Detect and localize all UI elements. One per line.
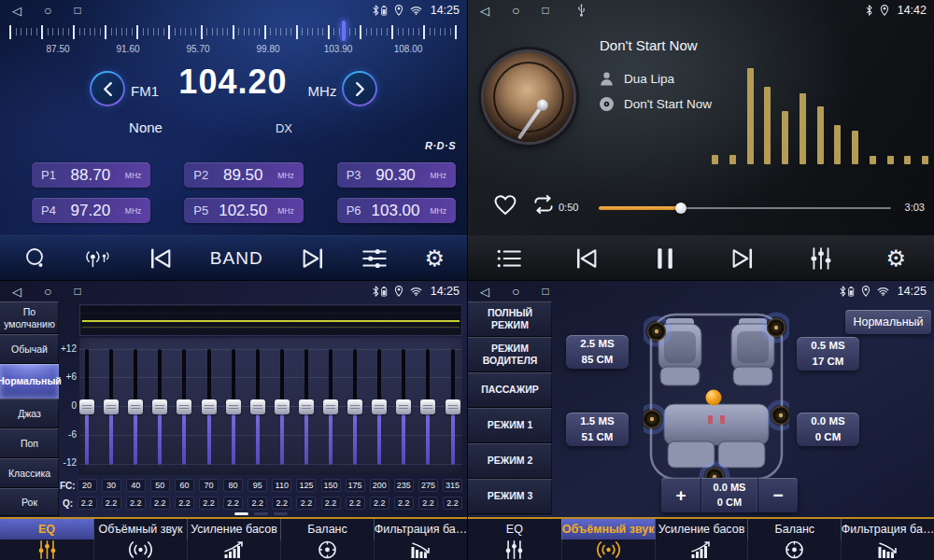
- fc-value[interactable]: 80: [223, 479, 243, 492]
- slider-handle[interactable]: [299, 399, 314, 414]
- q-value[interactable]: 2.2: [296, 497, 316, 510]
- next-track-button[interactable]: [729, 246, 756, 271]
- eq-band-slider-40[interactable]: [128, 349, 143, 465]
- q-value[interactable]: 2.2: [223, 497, 243, 510]
- q-value[interactable]: 2.2: [346, 497, 365, 510]
- fc-value[interactable]: 150: [321, 479, 341, 492]
- broadcast-icon[interactable]: [85, 246, 111, 271]
- fc-value[interactable]: 275: [418, 479, 438, 492]
- q-value[interactable]: 2.2: [394, 497, 414, 510]
- slider-handle[interactable]: [104, 399, 119, 414]
- surround-mode-item-5[interactable]: РЕЖИМ 3: [468, 479, 552, 514]
- eq-band-slider-150[interactable]: [323, 349, 338, 465]
- nav-recents-icon[interactable]: □: [542, 5, 548, 16]
- preset-button-p5[interactable]: P5102.50MHz: [184, 198, 303, 223]
- previous-track-button[interactable]: [573, 246, 600, 271]
- tab-bass[interactable]: Усиление басов: [655, 519, 748, 560]
- q-value[interactable]: 2.2: [321, 497, 341, 510]
- nav-home-icon[interactable]: ○: [44, 285, 51, 298]
- surround-mode-item-3[interactable]: РЕЖИМ 1: [468, 408, 552, 443]
- tab-surround[interactable]: Объёмный звук: [561, 519, 655, 560]
- eq-band-slider-235[interactable]: [396, 349, 411, 465]
- delay-front-right-button[interactable]: 0.5 MS 17 CM: [797, 337, 859, 371]
- preset-button-p1[interactable]: P188.70MHz: [32, 162, 150, 188]
- fc-value[interactable]: 20: [78, 479, 97, 492]
- eq-sliders-button[interactable]: [361, 246, 388, 271]
- slider-handle[interactable]: [446, 399, 460, 414]
- eq-preset-item-0[interactable]: По умолчанию: [0, 301, 59, 334]
- q-value[interactable]: 2.2: [102, 497, 121, 510]
- surround-mode-item-1[interactable]: РЕЖИМ ВОДИТЕЛЯ: [468, 337, 552, 372]
- slider-handle[interactable]: [79, 399, 94, 414]
- eq-sliders-button[interactable]: [808, 246, 834, 271]
- dx-indicator[interactable]: DX: [270, 121, 298, 135]
- q-value[interactable]: 2.2: [78, 497, 97, 510]
- nav-recents-icon[interactable]: □: [74, 286, 80, 297]
- eq-band-slider-30[interactable]: [104, 349, 119, 465]
- band-button[interactable]: BAND: [210, 248, 263, 269]
- preset-button-p6[interactable]: P6103.00MHz: [337, 198, 456, 223]
- eq-band-slider-175[interactable]: [347, 349, 362, 465]
- slider-handle[interactable]: [202, 399, 217, 414]
- scan-button[interactable]: [22, 246, 49, 271]
- tab-balance[interactable]: Баланс: [280, 519, 374, 560]
- fc-value[interactable]: 70: [199, 479, 219, 492]
- q-value[interactable]: 2.2: [126, 497, 146, 510]
- tab-surround[interactable]: Объёмный звук: [93, 519, 187, 560]
- eq-band-slider-125[interactable]: [299, 349, 314, 465]
- eq-band-slider-60[interactable]: [177, 349, 191, 465]
- playlist-button[interactable]: [496, 246, 522, 271]
- eq-band-slider-200[interactable]: [372, 349, 387, 465]
- slider-handle[interactable]: [396, 399, 411, 414]
- repeat-button[interactable]: [531, 194, 557, 215]
- eq-band-slider-110[interactable]: [275, 349, 290, 465]
- eq-preset-item-6[interactable]: Рок: [0, 488, 59, 516]
- fc-value[interactable]: 60: [175, 479, 194, 492]
- fc-value[interactable]: 125: [296, 479, 316, 492]
- eq-band-slider-315[interactable]: [446, 349, 460, 465]
- tune-down-button[interactable]: [90, 71, 125, 106]
- tuner-scale[interactable]: 87.5091.6095.7099.80103.90108.00: [0, 21, 467, 56]
- eq-preset-item-2[interactable]: Нормальный: [0, 364, 59, 399]
- eq-preset-item-3[interactable]: Джаз: [0, 399, 59, 428]
- eq-band-slider-95[interactable]: [250, 349, 265, 465]
- eq-band-slider-70[interactable]: [202, 349, 217, 465]
- surround-mode-item-2[interactable]: ПАССАЖИР: [468, 372, 552, 408]
- slider-handle[interactable]: [226, 399, 241, 414]
- slider-handle[interactable]: [347, 399, 362, 414]
- preset-button-p3[interactable]: P390.30MHz: [337, 162, 456, 188]
- q-value[interactable]: 2.2: [248, 497, 267, 510]
- delay-plus-button[interactable]: +: [661, 478, 700, 512]
- fc-value[interactable]: 95: [248, 479, 267, 492]
- slider-handle[interactable]: [275, 399, 290, 414]
- fc-value[interactable]: 50: [150, 479, 170, 492]
- eq-band-slider-50[interactable]: [152, 349, 167, 465]
- progress-thumb[interactable]: [675, 203, 686, 214]
- nav-back-icon[interactable]: ◁: [480, 286, 489, 298]
- surround-mode-item-0[interactable]: ПОЛНЫЙ РЕЖИМ: [468, 301, 552, 337]
- q-value[interactable]: 2.2: [175, 497, 194, 510]
- nav-recents-icon[interactable]: □: [542, 286, 548, 297]
- tab-eq[interactable]: EQ: [468, 519, 561, 560]
- fc-value[interactable]: 30: [102, 479, 121, 492]
- slider-handle[interactable]: [250, 399, 265, 414]
- slider-handle[interactable]: [323, 399, 338, 414]
- slider-handle[interactable]: [128, 399, 143, 414]
- q-value[interactable]: 2.2: [272, 497, 291, 510]
- delay-rear-right-button[interactable]: 0.0 MS 0 CM: [797, 413, 859, 446]
- fc-value[interactable]: 110: [272, 479, 291, 492]
- q-value[interactable]: 2.2: [443, 497, 462, 510]
- fc-value[interactable]: 235: [394, 479, 414, 492]
- eq-band-slider-275[interactable]: [420, 349, 435, 465]
- slider-handle[interactable]: [372, 399, 387, 414]
- preset-button-p2[interactable]: P289.50MHz: [184, 162, 303, 188]
- preset-button-p4[interactable]: P497.20MHz: [32, 198, 150, 223]
- tab-eq[interactable]: EQ: [0, 519, 93, 560]
- surround-mode-item-4[interactable]: РЕЖИМ 2: [468, 443, 552, 479]
- slider-handle[interactable]: [420, 399, 435, 414]
- fc-value[interactable]: 175: [346, 479, 365, 492]
- previous-station-button[interactable]: [148, 246, 174, 271]
- nav-home-icon[interactable]: ○: [44, 4, 51, 17]
- nav-home-icon[interactable]: ○: [512, 4, 519, 17]
- favorite-heart-button[interactable]: [492, 192, 518, 217]
